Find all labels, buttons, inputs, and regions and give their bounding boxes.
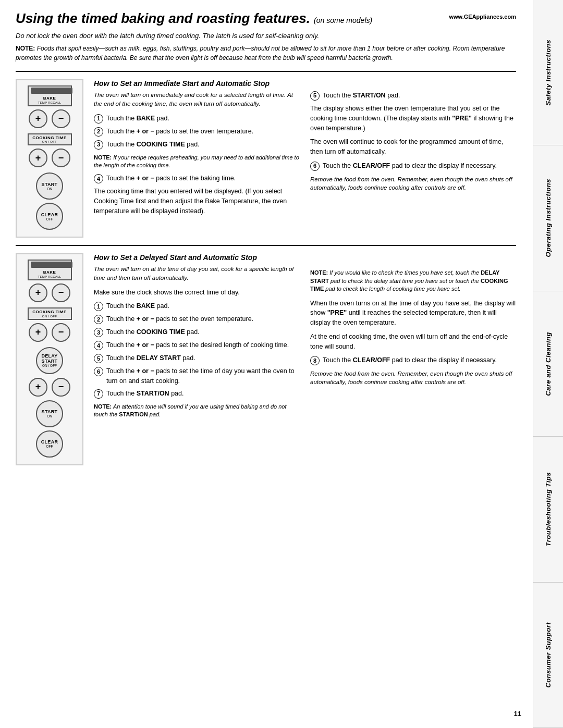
italic-note-1: Remove the food from the oven. Remember,… bbox=[310, 175, 516, 192]
temp-recall-label: TEMP RECALL bbox=[31, 101, 69, 104]
body-text-2: The display shows either the oven temper… bbox=[310, 104, 516, 133]
step-1-6: 6 Touch the CLEAR/OFF pad to clear the d… bbox=[310, 161, 516, 171]
italic-note-2: Remove the food from the oven. Remember,… bbox=[310, 369, 516, 386]
page-title: Using the timed baking and roasting feat… bbox=[16, 10, 516, 27]
oven-panel-2: BAKE TEMP RECALL + − COOKING TIME ON / O… bbox=[16, 253, 83, 465]
section1-content: How to Set an Immediate Start and Automa… bbox=[94, 79, 516, 238]
delay-start-btn[interactable]: DELAY START ON / OFF bbox=[36, 347, 63, 374]
sidebar-care-label: Care and Cleaning bbox=[544, 332, 552, 396]
on-off-label-1: ON / OFF bbox=[31, 140, 69, 143]
plus-btn-2[interactable]: + bbox=[29, 149, 47, 167]
body-text-3: The oven will continue to cook for the p… bbox=[310, 137, 516, 157]
section1-title: How to Set an Immediate Start and Automa… bbox=[94, 79, 516, 88]
step-2-2: 2 Touch the + or − pads to set the oven … bbox=[94, 314, 300, 324]
start-label-2: START bbox=[42, 359, 58, 364]
body-text-5: At the end of cooking time, the oven wil… bbox=[310, 332, 516, 352]
intro-line: Do not lock the oven door with the latch… bbox=[16, 32, 516, 40]
bake-display-btn-2: BAKE TEMP RECALL bbox=[28, 260, 72, 280]
step2-text-5: Touch the DELAY START pad. bbox=[106, 353, 195, 363]
step2-num-5: 5 bbox=[94, 354, 103, 363]
start-on-btn-2[interactable]: START ON bbox=[36, 400, 63, 427]
step-1-2: 2 Touch the + or − pads to set the oven … bbox=[94, 127, 300, 137]
minus-btn-1[interactable]: − bbox=[52, 109, 70, 128]
sidebar-safety-label: Safety Instructions bbox=[544, 40, 552, 106]
clear-off-btn-2[interactable]: CLEAR OFF bbox=[36, 430, 63, 458]
section2-title: How to Set a Delayed Start and Automatic… bbox=[94, 253, 516, 262]
cooking-time-label-2: COOKING TIME bbox=[31, 310, 69, 315]
section2-content: How to Set a Delayed Start and Automatic… bbox=[94, 253, 516, 465]
display-bar bbox=[31, 88, 72, 94]
delay-label: DELAY bbox=[41, 353, 57, 359]
page-number: 11 bbox=[514, 710, 521, 718]
step2-text-1: Touch the BAKE pad. bbox=[106, 301, 169, 311]
step-text-6: Touch the CLEAR/OFF pad to clear the dis… bbox=[323, 161, 497, 170]
plus-btn-4[interactable]: + bbox=[29, 323, 47, 342]
step2-num-1: 1 bbox=[94, 302, 103, 311]
step-2-4: 4 Touch the + or − pads to set the desir… bbox=[94, 340, 300, 350]
step-2-6: 6 Touch the + or − pads to set the time … bbox=[94, 366, 300, 385]
temp-recall-label-2: TEMP RECALL bbox=[31, 275, 69, 278]
minus-btn-4[interactable]: − bbox=[52, 323, 70, 342]
sidebar-consumer: Consumer Support bbox=[533, 583, 563, 728]
step2-text-2: Touch the + or − pads to set the oven te… bbox=[106, 314, 253, 324]
minus-btn-3[interactable]: − bbox=[52, 283, 70, 302]
note-inline-2: NOTE: An attention tone will sound if yo… bbox=[94, 403, 300, 419]
step-num-3: 3 bbox=[94, 140, 103, 150]
body-text-4: When the oven turns on at the time of da… bbox=[310, 299, 516, 328]
section1-col1: The oven will turn on immediately and co… bbox=[94, 91, 300, 220]
header: www.GEAppliances.com Using the timed bak… bbox=[16, 10, 516, 27]
step-1-5: 5 Touch the START/ON pad. bbox=[310, 91, 516, 101]
minus-btn-5[interactable]: − bbox=[52, 378, 70, 397]
cooking-time-btn: COOKING TIME ON / OFF bbox=[28, 133, 72, 146]
on-label: ON bbox=[47, 187, 52, 191]
plus-btn-1[interactable]: + bbox=[29, 109, 47, 128]
step-text-4: Touch the + or − pads to set the baking … bbox=[106, 174, 236, 183]
plus-btn-5[interactable]: + bbox=[29, 378, 47, 397]
start-label: START bbox=[42, 182, 58, 187]
cooking-time-btn-2: COOKING TIME ON / OFF bbox=[28, 307, 72, 320]
sidebar-trouble-label: Troubleshooting Tips bbox=[544, 472, 552, 546]
section1-intro: The oven will turn on immediately and co… bbox=[94, 91, 300, 108]
sidebar-trouble: Troubleshooting Tips bbox=[533, 437, 563, 582]
note-inline-1: NOTE: If your recipe requires preheating… bbox=[94, 154, 300, 170]
bake-arrows-2: + − bbox=[29, 283, 70, 302]
start-on-btn-1[interactable]: START ON bbox=[36, 172, 63, 200]
minus-btn-2[interactable]: − bbox=[52, 149, 70, 167]
step-1-1: 1 Touch the BAKE pad. bbox=[94, 114, 300, 124]
step2-num-2: 2 bbox=[94, 315, 103, 324]
note-inline-3: NOTE: If you would like to check the tim… bbox=[310, 269, 516, 293]
section2-intro: The oven will turn on at the time of day… bbox=[94, 265, 300, 282]
step-num-1: 1 bbox=[94, 114, 103, 124]
note-label: NOTE: bbox=[16, 45, 35, 52]
step2-num-8: 8 bbox=[310, 356, 320, 365]
section2-col2: NOTE: If you would like to check the tim… bbox=[310, 265, 516, 423]
cooking-arrows-2: + − bbox=[29, 323, 70, 342]
step2-num-3: 3 bbox=[94, 328, 103, 337]
make-sure-text: Make sure the clock shows the correct ti… bbox=[94, 288, 300, 298]
note-text: Foods that spoil easily—such as milk, eg… bbox=[16, 45, 505, 61]
right-sidebar: Safety Instructions Operating Instructio… bbox=[533, 0, 563, 728]
clear-off-btn-1[interactable]: CLEAR OFF bbox=[36, 203, 63, 230]
step2-text-6: Touch the + or − pads to set the time of… bbox=[106, 366, 300, 385]
off-label: OFF bbox=[46, 217, 53, 221]
step-num-5: 5 bbox=[310, 91, 320, 101]
step-num-4: 4 bbox=[94, 174, 103, 183]
plus-btn-3[interactable]: + bbox=[29, 283, 47, 302]
step-num-6: 6 bbox=[310, 162, 320, 171]
step-1-3: 3 Touch the COOKING TIME pad. bbox=[94, 140, 300, 150]
section1-columns: The oven will turn on immediately and co… bbox=[94, 91, 516, 220]
section2-columns: The oven will turn on at the time of day… bbox=[94, 265, 516, 423]
step2-num-4: 4 bbox=[94, 341, 103, 350]
sidebar-consumer-label: Consumer Support bbox=[544, 622, 552, 688]
bake-label-2: BAKE bbox=[31, 270, 69, 275]
main-content: www.GEAppliances.com Using the timed bak… bbox=[0, 0, 532, 483]
delay-arrows: + − bbox=[29, 378, 70, 397]
bake-arrows: + − bbox=[29, 109, 70, 128]
step2-text-7: Touch the START/ON pad. bbox=[106, 389, 183, 398]
step2-text-3: Touch the COOKING TIME pad. bbox=[106, 327, 200, 337]
step2-text-4: Touch the + or − pads to set the desired… bbox=[106, 340, 289, 350]
on-off-label-3: ON / OFF bbox=[42, 364, 57, 367]
step-2-3: 3 Touch the COOKING TIME pad. bbox=[94, 327, 300, 337]
bake-display-btn: BAKE TEMP RECALL bbox=[28, 85, 72, 106]
step-text-1: Touch the BAKE pad. bbox=[106, 114, 169, 123]
